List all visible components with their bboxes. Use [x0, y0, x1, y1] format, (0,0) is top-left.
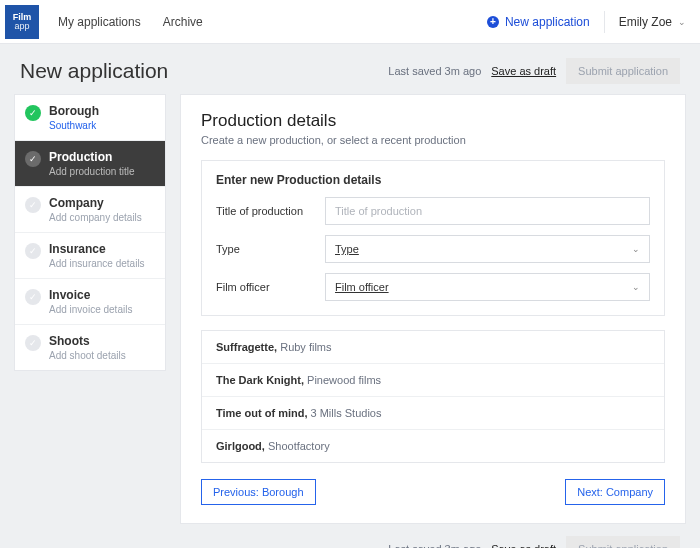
main-panel: Production details Create a new producti… — [180, 94, 686, 524]
top-navbar: Film app My applications Archive + New a… — [0, 0, 700, 44]
recent-production-item[interactable]: The Dark Knight, Pinewood films — [202, 364, 664, 397]
step-production[interactable]: ProductionAdd production title — [15, 141, 165, 187]
step-subtitle: Add shoot details — [49, 350, 126, 361]
step-status-icon — [25, 197, 41, 213]
step-invoice[interactable]: InvoiceAdd invoice details — [15, 279, 165, 325]
page-header: New application Last saved 3m ago Save a… — [0, 44, 700, 94]
steps-sidebar: BoroughSouthwarkProductionAdd production… — [14, 94, 166, 371]
nav-archive[interactable]: Archive — [163, 15, 203, 29]
type-placeholder: Type — [335, 243, 359, 255]
header-actions: Last saved 3m ago Save as draft Submit a… — [388, 58, 680, 84]
user-menu[interactable]: Emily Zoe ⌄ — [619, 15, 686, 29]
step-subtitle: Add production title — [49, 166, 135, 177]
step-shoots[interactable]: ShootsAdd shoot details — [15, 325, 165, 370]
submit-application-button[interactable]: Submit application — [566, 536, 680, 548]
step-borough[interactable]: BoroughSouthwark — [15, 95, 165, 141]
title-input[interactable] — [335, 205, 640, 217]
step-subtitle: Add invoice details — [49, 304, 132, 315]
section-subtitle: Create a new production, or select a rec… — [201, 134, 665, 146]
submit-application-button[interactable]: Submit application — [566, 58, 680, 84]
step-status-icon — [25, 289, 41, 305]
chevron-down-icon: ⌄ — [632, 282, 640, 292]
recent-production-item[interactable]: Girlgood, Shootfactory — [202, 430, 664, 462]
nav-links: My applications Archive — [58, 15, 203, 29]
section-heading: Production details — [201, 111, 665, 131]
step-subtitle: Southwark — [49, 120, 99, 131]
officer-select[interactable]: Film officer ⌄ — [325, 273, 650, 301]
plus-icon: + — [487, 16, 499, 28]
production-form-panel: Enter new Production details Title of pr… — [201, 160, 665, 316]
page-title: New application — [20, 59, 168, 83]
step-subtitle: Add insurance details — [49, 258, 145, 269]
step-title: Invoice — [49, 288, 132, 302]
pager: Previous: Borough Next: Company — [201, 479, 665, 505]
step-title: Shoots — [49, 334, 126, 348]
type-select[interactable]: Type ⌄ — [325, 235, 650, 263]
next-button[interactable]: Next: Company — [565, 479, 665, 505]
chevron-down-icon: ⌄ — [678, 17, 686, 27]
step-title: Insurance — [49, 242, 145, 256]
chevron-down-icon: ⌄ — [632, 244, 640, 254]
officer-label: Film officer — [216, 281, 311, 293]
step-title: Production — [49, 150, 135, 164]
recent-production-item[interactable]: Time out of mind, 3 Mills Studios — [202, 397, 664, 430]
step-subtitle: Add company details — [49, 212, 142, 223]
step-status-icon — [25, 243, 41, 259]
nav-my-applications[interactable]: My applications — [58, 15, 141, 29]
step-title: Company — [49, 196, 142, 210]
recent-production-item[interactable]: Suffragette, Ruby films — [202, 331, 664, 364]
recent-productions-list: Suffragette, Ruby filmsThe Dark Knight, … — [201, 330, 665, 463]
officer-placeholder: Film officer — [335, 281, 389, 293]
panel-title: Enter new Production details — [216, 173, 650, 187]
step-status-icon — [25, 151, 41, 167]
last-saved-text: Last saved 3m ago — [388, 65, 481, 77]
step-insurance[interactable]: InsuranceAdd insurance details — [15, 233, 165, 279]
new-application-link[interactable]: + New application — [487, 15, 590, 29]
save-as-draft-link[interactable]: Save as draft — [491, 543, 556, 548]
save-as-draft-link[interactable]: Save as draft — [491, 65, 556, 77]
new-application-label: New application — [505, 15, 590, 29]
type-label: Type — [216, 243, 311, 255]
last-saved-text: Last saved 3m ago — [388, 543, 481, 548]
user-name: Emily Zoe — [619, 15, 672, 29]
previous-button[interactable]: Previous: Borough — [201, 479, 316, 505]
step-title: Borough — [49, 104, 99, 118]
step-company[interactable]: CompanyAdd company details — [15, 187, 165, 233]
step-status-icon — [25, 335, 41, 351]
title-input-wrapper[interactable] — [325, 197, 650, 225]
separator — [604, 11, 605, 33]
page-footer: Last saved 3m ago Save as draft Submit a… — [0, 524, 700, 548]
title-label: Title of production — [216, 205, 311, 217]
step-status-icon — [25, 105, 41, 121]
app-logo: Film app — [5, 5, 39, 39]
